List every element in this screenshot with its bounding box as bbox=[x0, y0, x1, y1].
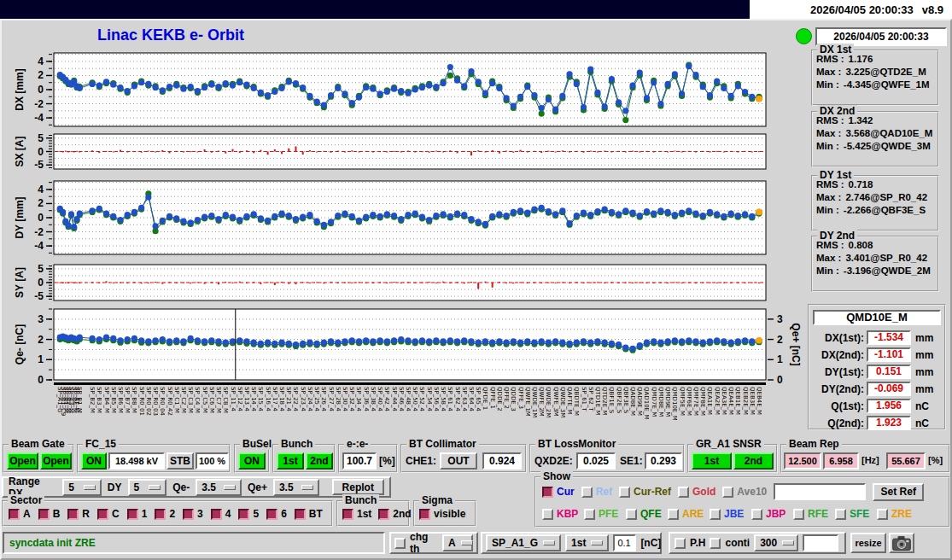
show-checkbox-rfe[interactable] bbox=[793, 509, 804, 520]
show-item-cur-ref[interactable]: Cur-Ref bbox=[619, 486, 671, 498]
set-ref-button[interactable]: Set Ref bbox=[873, 483, 924, 501]
bunch-2nd-button[interactable]: 2nd bbox=[306, 452, 333, 470]
ph-checkbox[interactable] bbox=[675, 538, 686, 549]
x-axis-bar bbox=[54, 382, 766, 385]
replot-button[interactable]: Replot bbox=[332, 479, 384, 495]
sigma-item-visible[interactable]: visible bbox=[419, 508, 465, 520]
gr-a1-1st-button[interactable]: 1st bbox=[692, 452, 732, 470]
sector-checkbox-a[interactable] bbox=[9, 509, 20, 520]
status-message: syncdata init ZRE bbox=[9, 537, 96, 549]
sector-checkbox-5[interactable] bbox=[238, 509, 249, 520]
show-checkbox-jbe[interactable] bbox=[710, 509, 721, 520]
sector-checkbox-6[interactable] bbox=[266, 509, 277, 520]
bunch-select-checkbox-2nd[interactable] bbox=[378, 509, 389, 520]
sigma-checkbox-visible[interactable] bbox=[419, 509, 430, 520]
beam-rep-hz-label: [Hz] bbox=[861, 455, 879, 465]
chg-th-select[interactable]: A bbox=[442, 534, 473, 551]
show-item-ave10[interactable]: Ave10 bbox=[722, 486, 767, 498]
fc15-stb-button[interactable]: STB bbox=[166, 452, 194, 470]
range-qem-select[interactable]: 3.5 bbox=[196, 479, 242, 496]
fc15-on-button[interactable]: ON bbox=[81, 452, 107, 470]
bunch-1st-button[interactable]: 1st bbox=[277, 452, 304, 470]
che1-out-button[interactable]: OUT bbox=[440, 452, 477, 470]
show-checkbox-jbp[interactable] bbox=[751, 509, 762, 520]
ee-ratio-unit: [%] bbox=[379, 455, 395, 467]
show-item-cur[interactable]: Cur bbox=[542, 486, 575, 498]
bunch-select-item-1st[interactable]: 1st bbox=[342, 508, 371, 520]
sector-item-2[interactable]: 2 bbox=[155, 508, 175, 520]
sector-checkbox-r[interactable] bbox=[67, 509, 79, 520]
sector-item-r[interactable]: R bbox=[67, 508, 90, 520]
show-checkbox-ref[interactable] bbox=[581, 487, 593, 498]
blank-input[interactable] bbox=[803, 534, 838, 551]
show-checkbox-cur[interactable] bbox=[542, 487, 553, 498]
conti-checkbox[interactable] bbox=[710, 538, 721, 549]
sector-item-4[interactable]: 4 bbox=[211, 508, 231, 520]
show-item-rfe[interactable]: RFE bbox=[793, 508, 835, 520]
threshold-input[interactable] bbox=[613, 534, 636, 551]
range-dx-select[interactable]: 5 bbox=[62, 479, 102, 496]
show-item-sfe[interactable]: SFE bbox=[835, 508, 877, 520]
show-item-kbp[interactable]: KBP bbox=[542, 508, 584, 520]
sector-item-5[interactable]: 5 bbox=[238, 508, 259, 520]
ee-ratio-value: 100.7 bbox=[342, 452, 377, 470]
show-checkbox-sfe[interactable] bbox=[835, 509, 846, 520]
show-checkbox-zre[interactable] bbox=[877, 509, 888, 520]
show-checkbox-pfe[interactable] bbox=[584, 509, 595, 520]
beam-gate-open-2-button[interactable]: Open bbox=[40, 452, 72, 470]
monitor-axis-label: SP_64_4 bbox=[468, 387, 474, 436]
stats-box-title: DX 1st bbox=[817, 44, 854, 55]
show-checkbox-gold[interactable] bbox=[678, 487, 689, 498]
beam-gate-open-1-button[interactable]: Open bbox=[7, 452, 38, 470]
snapshot-button[interactable] bbox=[889, 533, 914, 553]
show-checkbox-ave10[interactable] bbox=[722, 487, 733, 498]
show-title: Show bbox=[540, 470, 573, 482]
show-item-jbe[interactable]: JBE bbox=[710, 508, 751, 520]
interval-select[interactable]: 300 bbox=[754, 534, 798, 551]
sector-item-bt[interactable]: BT bbox=[295, 508, 323, 520]
sector-checkbox-1[interactable] bbox=[127, 509, 138, 520]
axis-label-dx: DX [mm] bbox=[14, 68, 26, 110]
sp-monitor-select[interactable]: SP_A1_G bbox=[486, 534, 561, 551]
sector-item-a[interactable]: A bbox=[9, 508, 31, 520]
show-item-pfe[interactable]: PFE bbox=[584, 508, 626, 520]
sector-checkbox-b[interactable] bbox=[38, 509, 50, 520]
range-qep-select[interactable]: 3.5 bbox=[273, 479, 319, 496]
monitor-axis-label: SP_C4_M bbox=[194, 387, 200, 436]
stats-row-value: 3.401@SP_R0_42 bbox=[845, 253, 927, 263]
stats-row-label: Min : bbox=[816, 205, 839, 215]
show-item-gold[interactable]: Gold bbox=[678, 486, 715, 498]
sector-checkbox-4[interactable] bbox=[211, 509, 222, 520]
sector-checkbox-bt[interactable] bbox=[295, 509, 306, 520]
show-item-are[interactable]: ARE bbox=[668, 508, 710, 520]
resize-button[interactable]: resize bbox=[850, 533, 886, 553]
sector-item-c[interactable]: C bbox=[97, 508, 120, 520]
show-checkbox-cur-ref[interactable] bbox=[619, 487, 630, 498]
chg-th-checkbox[interactable] bbox=[394, 538, 406, 549]
range-dy-select[interactable]: 5 bbox=[128, 479, 167, 496]
show-checkbox-kbp[interactable] bbox=[542, 509, 553, 520]
sector-item-1[interactable]: 1 bbox=[127, 508, 148, 520]
sp-bunch-select[interactable]: 1st bbox=[565, 534, 609, 551]
sector-checkbox-2[interactable] bbox=[155, 509, 166, 520]
monitor-axis-label: QMF6E_M bbox=[686, 387, 692, 436]
show-item-ref[interactable]: Ref bbox=[581, 486, 612, 498]
show-item-qfe[interactable]: QFE bbox=[626, 508, 668, 520]
show-item-zre[interactable]: ZRE bbox=[877, 508, 919, 520]
show-checkbox-qfe[interactable] bbox=[626, 509, 637, 520]
busel-on-button[interactable]: ON bbox=[238, 452, 266, 470]
set-ref-input[interactable] bbox=[774, 483, 866, 500]
sector-item-b[interactable]: B bbox=[38, 508, 61, 520]
bunch-select-checkbox-1st[interactable] bbox=[342, 509, 353, 520]
monitor-row-label: DY(2nd): bbox=[809, 383, 864, 395]
sector-item-6[interactable]: 6 bbox=[266, 508, 287, 520]
sector-checkbox-3[interactable] bbox=[183, 509, 194, 520]
bunch-select-item-2nd[interactable]: 2nd bbox=[378, 508, 411, 520]
show-checkbox-are[interactable] bbox=[668, 509, 679, 520]
sector-checkbox-c[interactable] bbox=[97, 509, 108, 520]
sector-item-3[interactable]: 3 bbox=[183, 508, 203, 520]
show-item-jbp[interactable]: JBP bbox=[751, 508, 793, 520]
monitor-name[interactable]: QMD10E_M bbox=[813, 310, 941, 325]
gr-a1-2nd-button[interactable]: 2nd bbox=[733, 452, 774, 470]
orbit-plots[interactable]: 420-2-4DX [mm]50-5SX [A]420-2-4DY [mm]50… bbox=[0, 0, 803, 386]
